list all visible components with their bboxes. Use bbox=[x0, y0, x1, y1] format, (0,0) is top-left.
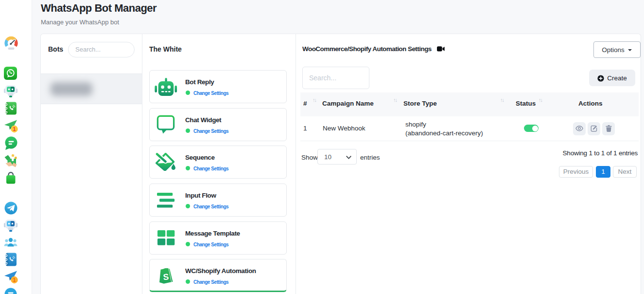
svg-text:1: 1 bbox=[13, 126, 16, 132]
svg-text:S: S bbox=[163, 272, 169, 282]
svg-text:1: 1 bbox=[13, 277, 16, 283]
